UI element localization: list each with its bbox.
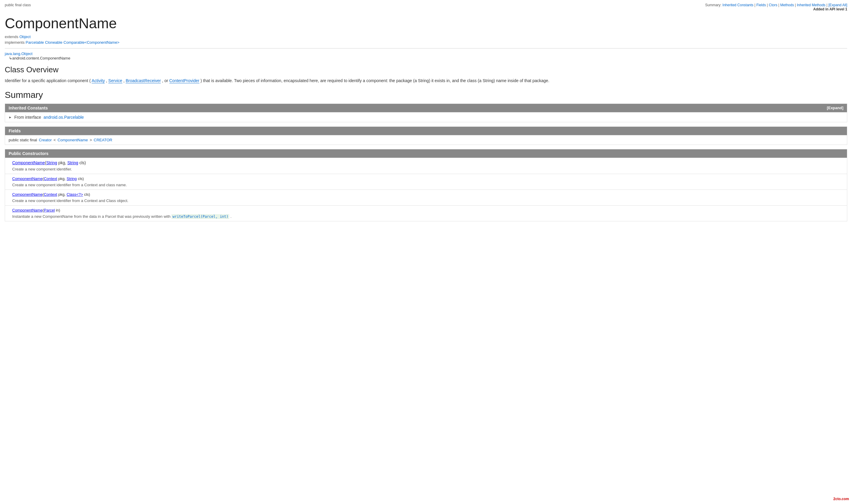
hierarchy: java.lang.Object ↳android.content.Compon… [5,52,847,60]
parcel-type-link[interactable]: Parcel [44,208,55,212]
inherited-constants-section: Inherited Constants [Expand] ► From inte… [5,104,847,122]
service-link[interactable]: Service [108,78,122,83]
constructor-3-signature: ComponentName(Context pkg, Class<?> cls) [5,190,847,198]
broadcastreceiver-link[interactable]: BroadcastReceiver [126,78,161,83]
constructor-4-desc: Instantiate a new ComponentName from the… [5,214,847,221]
implements-comparable-link[interactable]: Comparable<ComponentName> [64,40,119,44]
string-type-link-3[interactable]: String [67,176,77,181]
contentprovider-link[interactable]: ContentProvider [170,78,199,83]
inherited-constants-header: Inherited Constants [Expand] [5,104,847,112]
constructor-3: ComponentName(Context pkg, Class<?> cls)… [5,190,847,205]
public-constructors-section: Public Constructors ComponentName(String… [5,149,847,221]
constructor-1: ComponentName(String pkg, String cls) Cr… [5,158,847,174]
expand-all-link[interactable]: [Expand All] [829,3,847,7]
extends-line: extends Object [5,35,847,39]
constructor-2-link[interactable]: ComponentName [12,176,42,181]
constructor-4-link[interactable]: ComponentName [12,208,42,212]
summary-methods-link[interactable]: Methods [780,3,794,7]
parcelable-interface-link[interactable]: android.os.Parcelable [43,115,84,120]
string-type-link-2[interactable]: String [67,160,78,165]
componentname-type-link[interactable]: ComponentName [57,138,88,142]
constructor-2: ComponentName(Context pkg, String cls) C… [5,174,847,190]
public-constructors-header: Public Constructors [5,149,847,158]
constructor-3-link[interactable]: ComponentName [12,192,42,197]
context-type-link-2[interactable]: Context [44,192,57,197]
top-bar: public final class Summary: Inherited Co… [0,0,852,13]
divider-1 [5,48,847,49]
from-interface-prefix: From interface [14,115,41,120]
added-in-label: Added in API level 1 [705,7,847,11]
extends-object-link[interactable]: Object [19,35,31,39]
summary-inherited-methods-link[interactable]: Inherited Methods [797,3,826,7]
implements-line: implements Parcelable Cloneable Comparab… [5,40,847,44]
main-content: ComponentName extends Object implements … [0,13,852,232]
fields-modifier: public static final [8,138,37,142]
class-name-heading: ComponentName [5,15,847,32]
hierarchy-root-link[interactable]: java.lang.Object [5,52,33,56]
class-overview-heading: Class Overview [5,65,847,74]
summary-ctors-link[interactable]: Ctors [769,3,777,7]
summary-label: Summary: [705,3,722,7]
constructor-4-signature: ComponentName(Parcel in) [5,205,847,214]
constructor-1-signature: ComponentName(String pkg, String cls) [5,158,847,166]
inherited-constants-title: Inherited Constants [8,106,48,110]
constructor-2-signature: ComponentName(Context pkg, String cls) [5,174,847,182]
inherited-constants-expand-link[interactable]: [Expand] [827,106,844,110]
summary-heading: Summary [5,90,847,100]
constructor-2-desc: Create a new component identifier from a… [5,182,847,190]
top-bar-right: Summary: Inherited Constants | Fields | … [705,3,847,11]
activity-link[interactable]: Activity [92,78,105,83]
summary-fields-link[interactable]: Fields [757,3,766,7]
creator-field-link[interactable]: CREATOR [94,138,112,142]
fields-section: Fields public static final Creator<Compo… [5,126,847,145]
summary-inherited-constants-link[interactable]: Inherited Constants [723,3,753,7]
fields-title: Fields [8,128,20,133]
constructor-1-link[interactable]: ComponentName [12,160,45,165]
string-type-link-1[interactable]: String [46,160,57,165]
summary-links: Summary: Inherited Constants | Fields | … [705,3,847,7]
public-constructors-title: Public Constructors [8,151,49,156]
write-to-parcel-link[interactable]: writeToParcel(Parcel, int) [172,214,229,219]
implements-cloneable-link[interactable]: Cloneable [45,40,63,44]
hierarchy-child: ↳android.content.ComponentName [5,56,847,60]
fields-header: Fields [5,127,847,135]
expand-arrow-icon: ► [8,115,12,119]
inherited-constants-from-interface-row: ► From interface android.os.Parcelable [5,112,847,122]
overview-text: Identifier for a specific application co… [5,77,847,84]
fields-row: public static final Creator<ComponentNam… [5,135,847,145]
constructor-4: ComponentName(Parcel in) Instantiate a n… [5,205,847,221]
class-type-link[interactable]: Class<?> [67,192,83,197]
context-type-link-1[interactable]: Context [44,176,57,181]
creator-type-link[interactable]: Creator [39,138,52,142]
constructor-3-desc: Create a new component identifier from a… [5,198,847,205]
implements-parcelable-link[interactable]: Parcelable [25,40,44,44]
class-modifier: public final class [5,3,31,7]
constructor-1-desc: Create a new component identifier. [5,166,847,174]
